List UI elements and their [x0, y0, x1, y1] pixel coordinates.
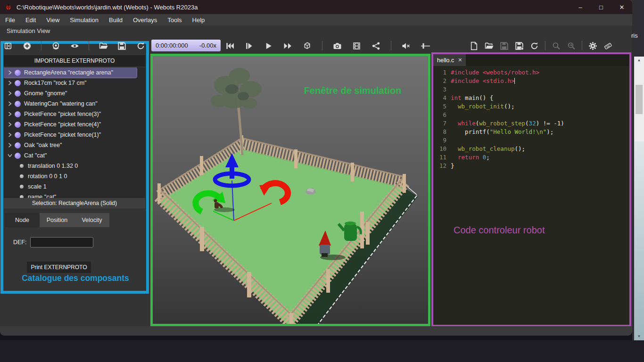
- scroll-up-icon[interactable]: ▲: [634, 58, 644, 62]
- proto-node-icon: [15, 142, 21, 148]
- menu-edit[interactable]: Edit: [20, 16, 41, 24]
- scene-tree: RectangleArena "rectangle arena"Rock17cm…: [4, 67, 145, 198]
- annotation-controller: Code controleur robot: [454, 225, 545, 236]
- toolbar-separator: [582, 41, 582, 50]
- tree-field[interactable]: name "cat": [4, 192, 145, 198]
- menu-tools[interactable]: Tools: [162, 16, 187, 24]
- volume-slider-icon[interactable]: [421, 41, 430, 50]
- menu-view[interactable]: View: [41, 16, 65, 24]
- collapse-panel-icon[interactable]: [4, 41, 13, 50]
- tree-node[interactable]: Oak "oak tree": [4, 140, 145, 150]
- scroll-down-icon[interactable]: ▼: [634, 334, 644, 338]
- find-icon[interactable]: [552, 41, 561, 50]
- speaker-muted-icon[interactable]: [402, 41, 411, 50]
- chevron-down-icon[interactable]: [7, 154, 13, 157]
- proto-node-icon: [15, 153, 21, 159]
- window-controls: –□✕: [570, 0, 632, 14]
- keyboard-shortcuts-icon[interactable]: [603, 41, 612, 50]
- share-icon[interactable]: [372, 41, 380, 50]
- chevron-right-icon[interactable]: [7, 70, 13, 75]
- tab-close-icon[interactable]: ✕: [458, 57, 462, 63]
- toolbar-separator: [322, 41, 322, 50]
- tree-field[interactable]: translation 0 1.32 0: [4, 161, 145, 171]
- fast-forward-icon[interactable]: [283, 41, 292, 50]
- toolbar-separator: [89, 41, 89, 50]
- chevron-right-icon[interactable]: [7, 81, 13, 85]
- code-line: 5 wb_robot_init();: [434, 102, 629, 111]
- tree-node[interactable]: PicketFence "picket fence(4)": [4, 119, 145, 130]
- tree-item-label: Oak "oak tree": [24, 142, 62, 148]
- show-hide-icon[interactable]: [70, 41, 79, 50]
- menu-simulation[interactable]: Simulation: [65, 16, 104, 24]
- tree-node[interactable]: Rock17cm "rock 17 cm": [4, 78, 145, 88]
- line-number: 3: [434, 85, 446, 94]
- reload-world-icon[interactable]: [136, 41, 145, 50]
- tree-node[interactable]: Cat "cat": [4, 150, 145, 161]
- code-area[interactable]: 1#include <webots/robot.h>2#include <std…: [433, 66, 629, 170]
- add-node-icon[interactable]: [23, 41, 32, 50]
- skip-start-icon[interactable]: [225, 41, 234, 50]
- font-settings-icon[interactable]: [588, 41, 597, 50]
- tree-node[interactable]: RectangleArena "rectangle arena": [4, 67, 137, 78]
- tree-node[interactable]: PicketFence "picket fence(3)": [4, 109, 145, 119]
- toolbar-separator: [545, 41, 545, 50]
- code-text: #include <stdio.h>: [451, 77, 515, 85]
- movie-icon[interactable]: [352, 41, 361, 50]
- render-cube-icon[interactable]: [303, 41, 312, 50]
- taskbar: 8°CCiel couvert Rechercher W 08:22 02/05…: [0, 340, 644, 362]
- chevron-right-icon[interactable]: [7, 143, 13, 148]
- annotation-simulation: Fenêtre de simulation: [297, 85, 408, 96]
- sim-speed: 0.00x: [201, 42, 221, 49]
- scrollbar-lower-track[interactable]: [634, 141, 644, 340]
- maximize-button[interactable]: □: [591, 0, 611, 14]
- code-line: 12}: [434, 162, 629, 170]
- scrollbar-thumb[interactable]: [636, 85, 643, 114]
- background-scrollbar[interactable]: ▲ ▼: [634, 57, 644, 340]
- save-file-icon[interactable]: [500, 41, 509, 50]
- def-input[interactable]: [30, 237, 93, 247]
- new-file-icon[interactable]: [470, 41, 479, 50]
- open-file-icon[interactable]: [485, 41, 494, 50]
- proto-node-icon: [15, 122, 21, 128]
- importable-externproto-button[interactable]: IMPORTABLE EXTERNPROTO: [4, 55, 145, 66]
- step-icon[interactable]: [245, 41, 254, 50]
- play-icon[interactable]: [264, 41, 273, 50]
- code-line: 6: [434, 111, 629, 119]
- restore-viewpoint-icon[interactable]: [51, 41, 60, 50]
- camera-icon[interactable]: [333, 41, 342, 50]
- tree-node[interactable]: Gnome "gnome": [4, 88, 145, 99]
- chevron-right-icon[interactable]: [7, 91, 13, 96]
- tree-node[interactable]: PicketFence "picket fence(1)": [4, 130, 145, 140]
- print-externproto-button[interactable]: Print EXTERNPROTO: [27, 262, 91, 273]
- chevron-right-icon[interactable]: [7, 132, 13, 137]
- chevron-right-icon[interactable]: [7, 122, 13, 127]
- save-as-icon[interactable]: [515, 41, 524, 50]
- tab-node[interactable]: Node: [5, 213, 40, 227]
- tab-hello-c[interactable]: hello.c ✕: [433, 54, 466, 66]
- tree-field[interactable]: scale 1: [4, 181, 145, 192]
- menu-file[interactable]: File: [0, 16, 20, 24]
- open-world-icon[interactable]: [99, 41, 108, 50]
- tree-item-label: Gnome "gnome": [24, 90, 67, 97]
- def-row: DEF:: [13, 237, 93, 247]
- tree-field[interactable]: rotation 0 0 1 0: [4, 171, 145, 181]
- replace-icon[interactable]: [567, 41, 576, 50]
- chevron-right-icon[interactable]: [7, 112, 13, 116]
- menu-build[interactable]: Build: [104, 16, 128, 24]
- tab-velocity[interactable]: Velocity: [74, 213, 109, 227]
- close-button[interactable]: ✕: [611, 0, 632, 14]
- webots-logo-icon: [5, 3, 12, 11]
- code-text: #include <webots/robot.h>: [451, 68, 539, 77]
- minimize-button[interactable]: –: [570, 0, 591, 14]
- code-line: 1#include <webots/robot.h>: [434, 68, 629, 77]
- toolbar-separator: [41, 41, 41, 50]
- code-text: return 0;: [451, 153, 490, 162]
- tree-node[interactable]: WateringCan "watering can": [4, 99, 145, 109]
- code-line: 9: [434, 136, 629, 145]
- chevron-right-icon[interactable]: [7, 101, 13, 106]
- menu-help[interactable]: Help: [187, 16, 210, 24]
- tab-position[interactable]: Position: [40, 213, 74, 227]
- reload-world-icon[interactable]: [530, 41, 539, 50]
- save-world-icon[interactable]: [117, 41, 126, 50]
- menu-overlays[interactable]: Overlays: [128, 16, 162, 24]
